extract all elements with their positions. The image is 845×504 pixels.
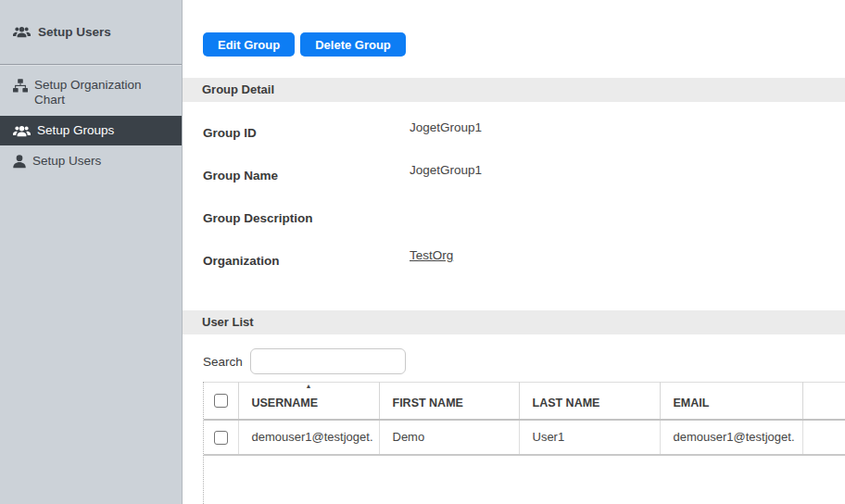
field-label: Group ID: [203, 126, 257, 140]
field-value: JogetGroup1: [410, 163, 482, 177]
sort-ascending-icon: ▲: [306, 383, 312, 391]
user-icon: [13, 155, 26, 169]
sidebar-item-label: Setup Organization Chart: [34, 78, 172, 107]
sitemap-icon: [13, 79, 28, 93]
search-row: Search: [203, 348, 845, 374]
edit-group-button[interactable]: Edit Group: [203, 32, 295, 57]
user-list-header: User List: [183, 310, 845, 334]
search-input[interactable]: [250, 348, 406, 374]
sidebar: Setup Users Setup Organization Chart: [0, 0, 183, 504]
user-table-container: ▲ USERNAME FIRST NAME LAST NAME EMAIL de…: [203, 382, 845, 504]
users-icon: [13, 26, 31, 39]
organization-link[interactable]: TestOrg: [410, 248, 453, 262]
select-all-header: [204, 383, 238, 420]
group-detail-header: Group Detail: [183, 78, 845, 102]
cell-username: demouser1@testjoget.: [238, 420, 379, 455]
sidebar-divider: [0, 64, 182, 65]
cell-first-name: Demo: [379, 420, 519, 455]
sidebar-header-label: Setup Users: [38, 25, 111, 39]
main-content: Edit Group Delete Group Group Detail Gro…: [183, 0, 845, 504]
cell-last-name: User1: [519, 420, 660, 455]
row-select-cell: [204, 420, 238, 455]
select-all-checkbox[interactable]: [214, 394, 228, 408]
field-label: Organization: [203, 254, 280, 268]
table-row[interactable]: demouser1@testjoget. Demo User1 demouser…: [204, 420, 845, 455]
field-row-group-name: Group Name JogetGroup1: [203, 159, 845, 202]
column-header-email[interactable]: EMAIL: [660, 383, 802, 420]
group-detail-fields: Group ID JogetGroup1 Group Name JogetGro…: [203, 117, 845, 287]
column-header-empty: [802, 383, 845, 420]
sidebar-header[interactable]: Setup Users: [0, 0, 182, 39]
field-row-group-description: Group Description: [203, 202, 845, 245]
table-header-row: ▲ USERNAME FIRST NAME LAST NAME EMAIL: [204, 383, 845, 420]
field-value: JogetGroup1: [410, 120, 482, 134]
toolbar: Edit Group Delete Group: [203, 32, 845, 57]
sidebar-item-setup-groups[interactable]: Setup Groups: [0, 116, 182, 145]
field-row-organization: Organization TestOrg: [203, 245, 845, 287]
cell-email: demouser1@testjoget.: [660, 420, 802, 455]
sidebar-item-setup-organization-chart[interactable]: Setup Organization Chart: [0, 69, 182, 116]
users-icon: [13, 125, 31, 138]
column-header-first-name[interactable]: FIRST NAME: [379, 383, 519, 420]
cell-empty: [802, 420, 845, 455]
sidebar-item-label: Setup Groups: [37, 123, 114, 138]
user-table: ▲ USERNAME FIRST NAME LAST NAME EMAIL de…: [204, 382, 845, 456]
field-label: Group Name: [203, 169, 278, 183]
delete-group-button[interactable]: Delete Group: [300, 32, 406, 57]
sidebar-item-label: Setup Users: [32, 154, 101, 169]
search-label: Search: [203, 355, 243, 369]
field-row-group-id: Group ID JogetGroup1: [203, 117, 845, 159]
sidebar-item-setup-users[interactable]: Setup Users: [0, 145, 182, 177]
row-checkbox[interactable]: [214, 431, 228, 445]
column-header-username[interactable]: ▲ USERNAME: [238, 383, 379, 420]
field-label: Group Description: [203, 211, 313, 225]
column-header-last-name[interactable]: LAST NAME: [519, 383, 660, 420]
